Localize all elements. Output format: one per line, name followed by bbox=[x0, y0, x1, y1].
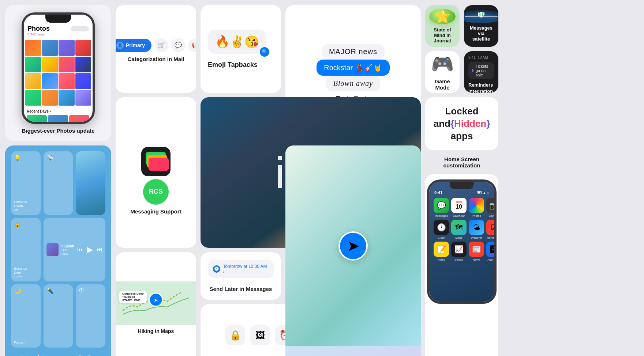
photos-app[interactable]: Photos bbox=[469, 198, 484, 217]
hiking-trail-label: Congress Loop Trailhead START · END bbox=[119, 291, 147, 303]
stocks-icon: 📈 bbox=[451, 242, 467, 257]
home-screen-bg: 9:41 ▲ ||| 💬 Messages bbox=[429, 182, 494, 302]
camera-app[interactable]: 📷 Camera bbox=[486, 198, 497, 217]
messages-icon: 💬 bbox=[434, 198, 449, 213]
photos-title-row: Photos bbox=[27, 25, 89, 33]
send-later-clock: 🕐 bbox=[213, 265, 220, 273]
cc-timer-widget[interactable]: ⏱ bbox=[76, 284, 105, 348]
hiking-label: Hiking in Maps bbox=[133, 325, 179, 337]
mail-promo-tab[interactable]: 📢 bbox=[188, 38, 196, 52]
photo-thumb bbox=[42, 90, 58, 106]
satellite-card: Messages via satellite bbox=[464, 5, 498, 47]
hidden-close-bracket: } bbox=[486, 118, 490, 129]
home-screen-label: Home Screen customization bbox=[425, 155, 498, 170]
photo-thumb bbox=[75, 73, 91, 89]
news-label: News bbox=[473, 258, 480, 261]
media-controls: ⏮ ▶ ⏭ bbox=[77, 245, 102, 254]
photos-card: Photos 8,342 Items bbox=[5, 5, 111, 141]
photo-thumb bbox=[59, 73, 75, 89]
right-top-grid: ⭐ State of Mind in Journal Messages via … bbox=[425, 5, 498, 93]
notes-label: Notes bbox=[438, 258, 445, 261]
game-mode-label: Game Mode bbox=[430, 78, 454, 91]
weather-label: Weather bbox=[471, 236, 482, 239]
reminders-time: 9:41 bbox=[468, 56, 475, 60]
photo-thumb bbox=[42, 40, 58, 56]
cc-flashlight-widget[interactable]: 🔦 bbox=[44, 284, 73, 348]
wallet-card-pink bbox=[149, 158, 169, 171]
maps-icon: 🗺 bbox=[451, 220, 467, 235]
play-button[interactable]: ▶ bbox=[87, 245, 93, 254]
clock-app[interactable]: 🕐 Clock bbox=[434, 220, 449, 239]
mail-card: 👤 Primary 🛒 💬 📢 Categorization in Mail bbox=[116, 5, 196, 93]
phone-screen: Photos 8,342 Items bbox=[24, 15, 93, 122]
maps-app[interactable]: 🗺 Maps bbox=[451, 220, 467, 239]
photo-thumb bbox=[25, 40, 41, 56]
photos-search-bar[interactable] bbox=[71, 26, 89, 31]
mail-primary-label: Primary bbox=[126, 42, 145, 48]
media-info: Illusion Dua Lipa bbox=[61, 244, 74, 255]
appstore-app[interactable]: 🅰 App Store bbox=[486, 242, 497, 261]
rcs-label: Messaging Support bbox=[130, 208, 181, 215]
news-app[interactable]: 📰 News bbox=[469, 242, 484, 261]
cc-focus-widget[interactable]: 🌙 Focus ◌ bbox=[11, 284, 41, 348]
photos-icon bbox=[469, 198, 484, 213]
weather-app[interactable]: 🌤 Weather bbox=[469, 220, 484, 239]
hiking-map-svg: ➤ bbox=[116, 281, 196, 325]
messages-app[interactable]: 💬 Messages bbox=[434, 198, 449, 217]
cc-door-widget[interactable]: 🔒 EntranceDoorLocked bbox=[11, 218, 41, 281]
photos-bottom-label: Biggest-ever Photos update bbox=[22, 128, 94, 134]
news-icon: 📰 bbox=[469, 242, 484, 257]
cc-airplay-widget[interactable]: 📡 bbox=[44, 151, 73, 215]
reminders-label: Reminders bbox=[487, 236, 497, 239]
reminders-icon: ☑ bbox=[486, 220, 497, 235]
stocks-app[interactable]: 📈 Stocks bbox=[451, 242, 467, 261]
state-mind-orb: ⭐ bbox=[429, 9, 456, 24]
mail-comment-tab[interactable]: 💬 bbox=[171, 38, 185, 52]
hidden-open-bracket: { bbox=[450, 118, 454, 129]
reminders-ampm: 10 AM bbox=[478, 56, 488, 60]
cc-grid: 💡 EntranceOverh...Off 📡 🔒 EntranceDoorLo… bbox=[11, 151, 105, 348]
rockstar-text: Rockstar 💃🎸🤘 bbox=[324, 64, 382, 72]
timer-icon: ⏱ bbox=[79, 287, 85, 294]
home-status-icons: ▲ ||| bbox=[477, 191, 489, 194]
hidden-text: Hidden bbox=[454, 118, 486, 129]
photo-thumb bbox=[25, 73, 41, 89]
mail-cart-tab[interactable]: 🛒 bbox=[154, 38, 168, 52]
reminders-status-bar: 9:41 10 AM bbox=[468, 56, 488, 60]
clock-icon: 🕐 bbox=[434, 220, 449, 235]
reminder-dot bbox=[472, 69, 473, 72]
reminders-card: 9:41 10 AM Tickets go on sale Reminders … bbox=[464, 51, 498, 93]
locked-apps-card: Locked and{Hidden} apps bbox=[425, 97, 498, 150]
and-text: and bbox=[434, 118, 450, 129]
game-controller-icon: 🎮 bbox=[431, 53, 454, 75]
photos-app-title: Photos bbox=[27, 25, 50, 33]
send-later-card: 🕐 Tomorrow at 10:00 AM › Send Later in M… bbox=[201, 252, 281, 300]
rcs-badge: RCS bbox=[143, 179, 169, 205]
appstore-label: App Store bbox=[487, 258, 497, 261]
recent-thumb bbox=[48, 115, 68, 124]
larger-icons-card: ➤ Larger icons on Home Screen bbox=[285, 145, 421, 356]
send-later-label: Send Later in Messages bbox=[210, 286, 272, 292]
prev-button[interactable]: ⏮ bbox=[77, 246, 83, 253]
lock-icon: 🔒 bbox=[14, 221, 21, 228]
cc-media-player[interactable]: Illusion Dua Lipa ⏮ ▶ ⏭ bbox=[44, 218, 105, 281]
photo-thumb bbox=[75, 40, 91, 56]
light-text: EntranceOverh...Off bbox=[14, 200, 27, 212]
photos-recent-label[interactable]: Recent Days › bbox=[24, 107, 93, 114]
mail-primary-tab[interactable]: 👤 Primary bbox=[116, 39, 151, 52]
cc-scenery-widget bbox=[76, 151, 105, 215]
cc-light-widget[interactable]: 💡 EntranceOverh...Off bbox=[11, 151, 41, 215]
control-center-label: Control Center customization bbox=[11, 354, 105, 356]
state-mind-label: State of Mind in Journal bbox=[431, 27, 454, 43]
next-button[interactable]: ⏭ bbox=[97, 246, 102, 253]
reminders-app[interactable]: ☑ Reminders bbox=[486, 220, 497, 239]
blown-text: Blown away bbox=[333, 79, 373, 87]
recent-thumb bbox=[69, 115, 89, 124]
person-icon: 👤 bbox=[116, 42, 124, 49]
wifi-icon: ▲ bbox=[483, 191, 486, 194]
battery-fill bbox=[478, 192, 480, 194]
clock-label: Clock bbox=[438, 236, 445, 239]
notes-app[interactable]: 📝 Notes bbox=[434, 242, 449, 261]
calendar-app[interactable]: MON 10 Calendar bbox=[451, 198, 467, 217]
svg-text:➤: ➤ bbox=[154, 297, 158, 303]
